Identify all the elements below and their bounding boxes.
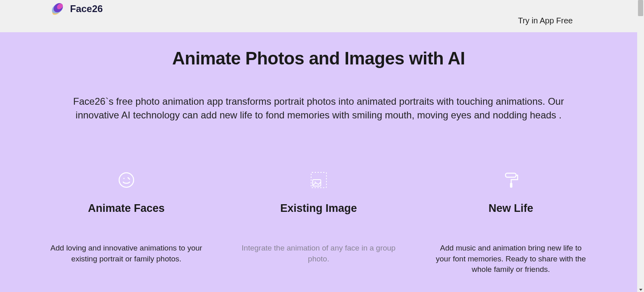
- brand-logo-icon: [48, 0, 66, 18]
- svg-point-4: [314, 182, 316, 183]
- svg-point-0: [119, 173, 134, 187]
- features-row: Animate Faces Add loving and innovative …: [0, 170, 637, 275]
- svg-rect-6: [510, 183, 512, 188]
- feature-desc: Add loving and innovative animations to …: [48, 243, 204, 264]
- site-header: Face26 Enhance Images Photo Restoration …: [0, 0, 637, 32]
- feature-new-life: New Life Add music and animation bring n…: [433, 170, 589, 275]
- brand-name: Face26: [70, 3, 103, 14]
- cta-try-free[interactable]: Try in App Free: [518, 16, 573, 25]
- feature-desc: Add music and animation bring new life t…: [433, 243, 589, 275]
- feature-desc: Integrate the animation of any face in a…: [241, 243, 397, 264]
- feature-title: Existing Image: [241, 202, 397, 215]
- hero-title: Animate Photos and Images with AI: [0, 48, 637, 68]
- scrollbar-down-icon[interactable]: [639, 289, 642, 291]
- svg-point-1: [123, 178, 124, 179]
- hero-section: Animate Photos and Images with AI Face26…: [0, 32, 637, 292]
- feature-title: Animate Faces: [48, 202, 204, 215]
- paint-roller-icon: [433, 170, 589, 190]
- svg-rect-5: [506, 173, 516, 177]
- brand-logo[interactable]: Face26: [48, 0, 103, 18]
- scrollbar[interactable]: [637, 0, 644, 292]
- image-select-icon: [241, 170, 397, 190]
- hero-description: Face26`s free photo animation app transf…: [59, 95, 578, 122]
- feature-animate-faces: Animate Faces Add loving and innovative …: [48, 170, 204, 275]
- feature-title: New Life: [433, 202, 589, 215]
- scrollbar-thumb[interactable]: [638, 0, 643, 16]
- feature-existing-image: Existing Image Integrate the animation o…: [241, 170, 397, 275]
- smile-icon: [48, 170, 204, 190]
